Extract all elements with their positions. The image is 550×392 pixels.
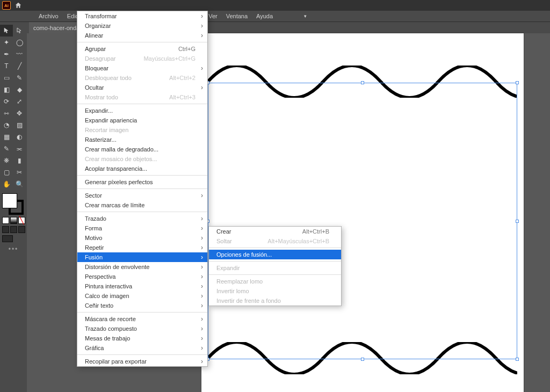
menu-item[interactable]: Opciones de fusión... — [209, 250, 341, 259]
app-topbar: Ai — [0, 0, 550, 11]
menu-item[interactable]: Motivo — [77, 233, 207, 243]
draw-behind-icon[interactable] — [10, 226, 17, 233]
color-mode-gradient-icon[interactable] — [10, 217, 17, 224]
menu-item[interactable]: Máscara de recorte — [77, 314, 207, 324]
menu-item[interactable]: Transformar — [77, 11, 207, 21]
menu-item[interactable]: Fusión — [77, 252, 207, 262]
resize-handle-top-mid[interactable] — [361, 81, 364, 84]
type-tool-icon[interactable]: T — [0, 60, 13, 72]
menu-item[interactable]: Expandir... — [77, 106, 207, 115]
rotate-tool-icon[interactable]: ⟳ — [0, 96, 13, 107]
menu-item[interactable]: Rasterizar... — [77, 135, 207, 144]
menu-item[interactable]: Alinear — [77, 31, 207, 40]
menu-item[interactable]: Calco de imagen — [77, 291, 207, 301]
menu-item[interactable]: Crear marcas de límite — [77, 200, 207, 210]
menu-item: Invertir de frente a fondo — [209, 296, 341, 306]
menu-item: Reemplazar lomo — [209, 277, 341, 286]
zoom-tool-icon[interactable]: 🔍 — [13, 178, 26, 190]
eyedropper-tool-icon[interactable]: ✎ — [0, 143, 13, 155]
menu-item[interactable]: Trazado — [77, 214, 207, 223]
menu-item: Desbloquear todoAlt+Ctrl+2 — [77, 73, 207, 83]
menu-item[interactable]: Ocultar — [77, 83, 207, 92]
menu-item[interactable]: CrearAlt+Ctrl+B — [209, 227, 341, 236]
curvature-tool-icon[interactable]: 〰 — [13, 48, 26, 60]
artboard[interactable] — [201, 33, 524, 392]
tools-panel: ✦ ◯ ✒ 〰 T ╱ ▭ ✎ ◧ ◆ ⟳ ⤢ ⇿ ✥ ◔ ▨ ▦ ◐ ✎ ⫘ … — [0, 23, 27, 392]
blend-tool-icon[interactable]: ⫘ — [13, 143, 26, 155]
symbol-sprayer-tool-icon[interactable]: ❋ — [0, 155, 13, 166]
menu-item[interactable]: Crear malla de degradado... — [77, 144, 207, 154]
mesh-tool-icon[interactable]: ▦ — [0, 131, 13, 143]
gradient-tool-icon[interactable]: ◐ — [13, 131, 26, 143]
resize-handle-top-right[interactable] — [516, 81, 519, 84]
lasso-tool-icon[interactable]: ◯ — [13, 37, 26, 48]
illustrator-logo-icon: Ai — [2, 1, 11, 10]
magic-wand-tool-icon[interactable]: ✦ — [0, 37, 13, 48]
color-mode-buttons[interactable]: ╲ — [2, 217, 27, 224]
menu-item[interactable]: Mesas de trabajo — [77, 333, 207, 343]
menu-item: DesagruparMayúsculas+Ctrl+G — [77, 54, 207, 63]
menu-ayuda[interactable]: Ayuda — [252, 11, 277, 21]
perspective-tool-icon[interactable]: ▨ — [13, 119, 26, 131]
screen-mode-buttons[interactable] — [2, 226, 27, 233]
menu-item: Mostrar todoAlt+Ctrl+3 — [77, 92, 207, 102]
rectangle-tool-icon[interactable]: ▭ — [0, 72, 13, 84]
screen-mode-icon[interactable] — [2, 235, 13, 242]
home-icon[interactable] — [14, 1, 23, 10]
resize-handle-bottom-mid[interactable] — [361, 358, 364, 361]
menu-item[interactable]: Gráfica — [77, 343, 207, 353]
menu-item[interactable]: Forma — [77, 223, 207, 233]
slice-tool-icon[interactable]: ✂ — [13, 166, 26, 178]
menu-item: Crear mosaico de objetos... — [77, 154, 207, 164]
color-mode-none-icon[interactable]: ╲ — [18, 217, 25, 224]
objeto-dropdown-menu: TransformarOrganizarAlinear AgruparCtrl+… — [77, 11, 208, 367]
resize-handle-mid-right[interactable] — [516, 220, 519, 223]
menu-item: Recortar imagen — [77, 125, 207, 135]
menu-ventana[interactable]: Ventana — [222, 11, 252, 21]
eraser-tool-icon[interactable]: ◆ — [13, 84, 26, 96]
menu-item[interactable]: Organizar — [77, 21, 207, 31]
menu-item[interactable]: Distorsión de envolvente — [77, 262, 207, 272]
menu-item[interactable]: Expandir apariencia — [77, 115, 207, 125]
menu-archivo[interactable]: Archivo — [34, 11, 63, 21]
menu-item[interactable]: Recopilar para exportar — [77, 357, 207, 366]
layout-switcher[interactable]: ▾ — [285, 10, 315, 22]
pen-tool-icon[interactable]: ✒ — [0, 48, 13, 60]
menu-item[interactable]: Trazado compuesto — [77, 324, 207, 333]
menu-item[interactable]: Generar píxeles perfectos — [77, 177, 207, 187]
free-transform-tool-icon[interactable]: ✥ — [13, 107, 26, 119]
draw-inside-icon[interactable] — [18, 226, 25, 233]
line-tool-icon[interactable]: ╱ — [13, 60, 26, 72]
direct-selection-tool-icon[interactable] — [13, 25, 26, 37]
shape-builder-tool-icon[interactable]: ◔ — [0, 119, 13, 131]
menu-item[interactable]: Acoplar transparencia... — [77, 164, 207, 173]
menu-item[interactable]: AgruparCtrl+G — [77, 44, 207, 54]
paintbrush-tool-icon[interactable]: ✎ — [13, 72, 26, 84]
edit-toolbar-button[interactable]: ••• — [0, 245, 27, 253]
fill-stroke-swatch[interactable] — [2, 193, 24, 215]
menu-item: Invertir lomo — [209, 286, 341, 296]
screen-toggle[interactable] — [2, 235, 27, 242]
selection-bounding-box[interactable] — [208, 83, 517, 359]
menu-item: SoltarAlt+Mayúsculas+Ctrl+B — [209, 236, 341, 246]
column-graph-tool-icon[interactable]: ▮ — [13, 155, 26, 166]
menu-item[interactable]: Bloquear — [77, 63, 207, 73]
fusion-submenu: CrearAlt+Ctrl+BSoltarAlt+Mayúsculas+Ctrl… — [208, 226, 342, 306]
selection-tool-icon[interactable] — [0, 25, 13, 37]
resize-handle-bottom-right[interactable] — [516, 358, 519, 361]
fill-swatch[interactable] — [2, 193, 17, 208]
menu-item[interactable]: Sector — [77, 191, 207, 200]
color-mode-solid-icon[interactable] — [2, 217, 9, 224]
menu-item[interactable]: Ceñir texto — [77, 301, 207, 310]
draw-normal-icon[interactable] — [2, 226, 9, 233]
menu-item[interactable]: Repetir — [77, 243, 207, 252]
menu-item[interactable]: Perspectiva — [77, 272, 207, 281]
shaper-tool-icon[interactable]: ◧ — [0, 84, 13, 96]
hand-tool-icon[interactable]: ✋ — [0, 178, 13, 190]
menu-item: Expandir — [209, 263, 341, 273]
width-tool-icon[interactable]: ⇿ — [0, 107, 13, 119]
artboard-tool-icon[interactable]: ▢ — [0, 166, 13, 178]
scale-tool-icon[interactable]: ⤢ — [13, 96, 26, 107]
menu-item[interactable]: Pintura interactiva — [77, 281, 207, 291]
